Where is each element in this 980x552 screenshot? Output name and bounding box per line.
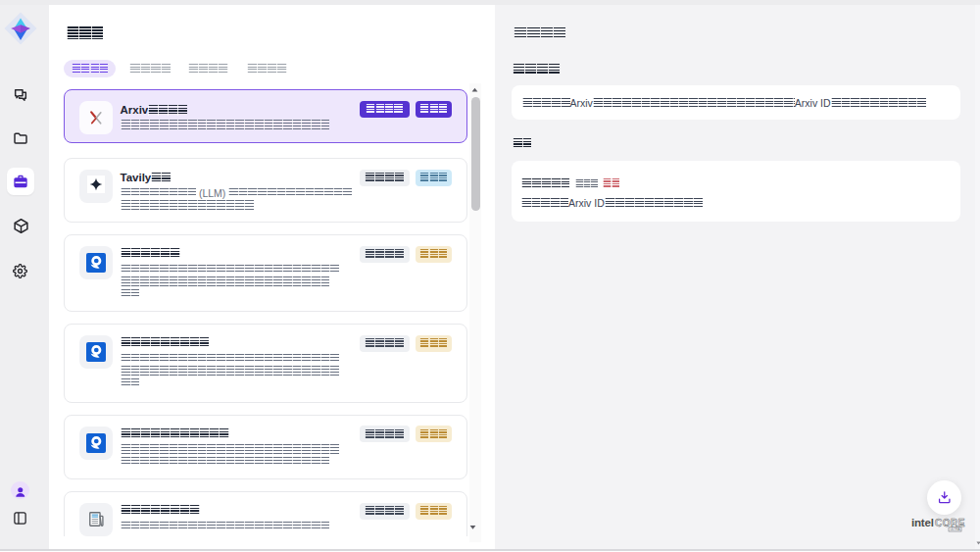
svg-text:CORE: CORE bbox=[935, 518, 965, 528]
svg-text:intel: intel bbox=[911, 517, 934, 528]
svg-text:ULTRA: ULTRA bbox=[951, 527, 961, 531]
